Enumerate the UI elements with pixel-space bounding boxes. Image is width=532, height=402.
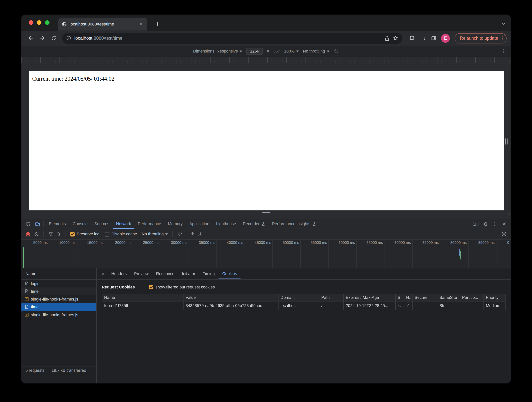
col-header-value[interactable]: Value	[184, 294, 279, 302]
device-throttling-select[interactable]: No throttling	[303, 49, 329, 54]
relaunch-to-update-button[interactable]: Relaunch to update	[455, 33, 507, 43]
kebab-menu-icon[interactable]	[492, 221, 497, 226]
detail-tab-cookies[interactable]: Cookies	[219, 268, 241, 279]
cookie-cell-priority[interactable]: Medium	[484, 302, 506, 310]
export-har-icon[interactable]	[198, 232, 203, 237]
detail-tab-initiator[interactable]: Initiator	[178, 268, 199, 279]
rotate-viewport-button[interactable]	[333, 49, 339, 54]
share-icon[interactable]	[385, 36, 390, 41]
settings-gear-icon[interactable]	[483, 221, 488, 226]
inspect-element-button[interactable]	[24, 219, 33, 229]
detail-tab-response[interactable]: Response	[152, 268, 178, 279]
col-header-domain[interactable]: Domain	[279, 294, 319, 302]
clear-network-log-icon[interactable]	[34, 232, 39, 237]
kebab-menu-icon[interactable]	[500, 36, 505, 41]
new-tab-button[interactable]	[153, 20, 162, 29]
tab-lighthouse[interactable]: Lighthouse	[213, 219, 239, 229]
col-header-expires[interactable]: Expires / Max-Age	[344, 294, 396, 302]
cookie-cell-domain[interactable]: localhost	[279, 302, 319, 310]
show-filtered-cookies-checkbox[interactable]	[149, 285, 153, 289]
search-icon[interactable]	[56, 232, 61, 237]
cookie-cell-value[interactable]: 84328570-ea9b-4635-afba-05b728a59aac	[184, 302, 279, 310]
cookie-cell-samesite[interactable]: Strict	[437, 302, 460, 310]
reload-button[interactable]	[49, 33, 59, 43]
col-header-priority[interactable]: Priority	[484, 294, 506, 302]
col-header-secure[interactable]: Secure	[413, 294, 437, 302]
cookie-cell-path[interactable]: /	[319, 302, 344, 310]
import-har-icon[interactable]	[190, 232, 195, 237]
tab-console[interactable]: Console	[69, 219, 91, 229]
cookie-cell-expires[interactable]: 2024-10-19T22:28:45...	[344, 302, 396, 310]
col-header-size[interactable]: S..	[396, 294, 404, 302]
viewport-corner-resize-handle[interactable]	[505, 210, 510, 215]
request-name: time	[31, 305, 38, 309]
profile-avatar[interactable]: E	[441, 34, 450, 43]
forward-button[interactable]	[37, 33, 47, 43]
tab-label: Application	[189, 222, 209, 226]
network-settings-button[interactable]	[501, 231, 507, 237]
requests-list: login time single-file-hooks-frames.js	[21, 280, 96, 319]
back-button[interactable]	[25, 33, 36, 43]
col-header-samesite[interactable]: SameSite	[437, 294, 460, 302]
divider	[66, 231, 66, 237]
divider	[44, 221, 44, 227]
device-type-select[interactable]: Dimensions: Responsive	[193, 49, 242, 54]
request-row-script[interactable]: single-file-hooks-frames.js	[21, 311, 96, 319]
request-row-time[interactable]: time	[21, 287, 96, 295]
media-controls-button[interactable]	[418, 33, 428, 43]
col-header-path[interactable]: Path	[319, 294, 344, 302]
request-row-script[interactable]: single-file-hooks-frames.js	[21, 295, 96, 303]
device-toolbar-menu-button[interactable]	[500, 49, 506, 54]
tab-memory[interactable]: Memory	[165, 219, 186, 229]
address-bar[interactable]: localhost:8080/test/time	[62, 33, 403, 44]
filter-funnel-icon[interactable]	[48, 232, 53, 237]
minimize-window-button[interactable]	[37, 20, 41, 25]
tab-performance[interactable]: Performance	[134, 219, 164, 229]
detail-tab-preview[interactable]: Preview	[130, 268, 152, 279]
toggle-device-toolbar-button[interactable]	[33, 219, 42, 229]
tab-sources[interactable]: Sources	[91, 219, 113, 229]
request-row-time-selected[interactable]: time	[21, 303, 96, 311]
cookie-cell-secure[interactable]	[413, 302, 437, 310]
tab-performance-insights[interactable]: Performance insights	[269, 219, 319, 229]
tab-recorder[interactable]: Recorder	[239, 219, 269, 229]
cookie-cell-httponly[interactable]: ✓	[404, 302, 413, 310]
detail-tab-headers[interactable]: Headers	[108, 268, 130, 279]
requests-column-header[interactable]: Name	[21, 268, 96, 280]
disable-cache-checkbox[interactable]: Disable cache	[105, 232, 137, 237]
close-details-button[interactable]	[99, 268, 108, 279]
record-network-log-button[interactable]	[26, 232, 30, 236]
viewport-right-resize-handle[interactable]	[505, 138, 508, 144]
extensions-button[interactable]	[407, 33, 417, 43]
maximize-window-button[interactable]	[45, 20, 50, 25]
tab-network[interactable]: Network	[113, 219, 134, 229]
cookie-cell-size[interactable]: 49	[396, 302, 404, 310]
viewport-width-input[interactable]	[246, 48, 263, 55]
bookmark-star-icon[interactable]	[393, 36, 399, 41]
close-devtools-icon[interactable]	[502, 222, 507, 226]
preserve-log-checkbox[interactable]: Preserve log	[70, 232, 100, 237]
close-window-button[interactable]	[29, 20, 33, 25]
detail-tab-timing[interactable]: Timing	[199, 268, 218, 279]
viewport-bottom-resize-handle[interactable]	[262, 212, 270, 215]
requests-panel: Name login time single-file-hooks-fra	[21, 268, 97, 383]
tab-close-button[interactable]	[138, 21, 144, 27]
side-panel-button[interactable]	[429, 33, 438, 43]
zoom-select[interactable]: 100%	[284, 49, 299, 54]
network-conditions-icon[interactable]	[177, 231, 183, 237]
request-row-login[interactable]: login	[21, 280, 96, 287]
viewport-height-value[interactable]: 367	[273, 49, 280, 54]
browser-tab[interactable]: localhost:8080/test/time	[58, 18, 147, 30]
col-header-partition[interactable]: Partitio...	[460, 294, 484, 302]
tab-search-button[interactable]	[501, 21, 506, 26]
cookie-cell-partition[interactable]	[460, 302, 484, 310]
cookie-cell-name[interactable]: Idea-d1f785ff	[102, 302, 184, 310]
site-info-icon[interactable]	[66, 36, 71, 41]
network-throttling-select[interactable]: No throttling	[142, 232, 168, 237]
tab-application[interactable]: Application	[186, 219, 213, 229]
col-header-httponly[interactable]: H..	[404, 294, 413, 302]
issues-counter-button[interactable]: 1	[473, 222, 479, 226]
tab-elements[interactable]: Elements	[45, 219, 69, 229]
col-header-name[interactable]: Name	[102, 294, 184, 302]
network-overview-timeline[interactable]: 5000 ms 10000 ms 15000 ms 20000 ms 25000…	[21, 239, 511, 268]
